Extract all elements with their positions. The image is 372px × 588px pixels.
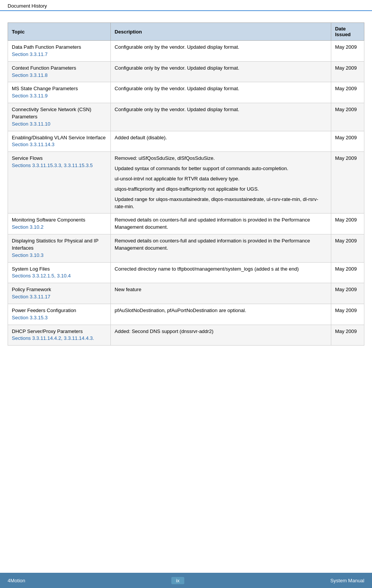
page-footer: 4Motion ix System Manual <box>0 573 372 588</box>
description-cell: Configurable only by the vendor. Updated… <box>111 41 331 62</box>
topic-link[interactable]: Section 3.3.11.10 <box>12 121 107 128</box>
description-text: Updated range for ulqos-maxsustainedrate… <box>115 196 327 210</box>
topic-cell: Service FlowsSections 3.3.11.15.3.3, 3.3… <box>8 152 111 214</box>
topic-cell: Enabling/Disabling VLAN Service Interfac… <box>8 131 111 152</box>
description-cell: Added: Second DNS support (dnssrvr-addr2… <box>111 325 331 346</box>
document-history-table: Topic Description Date Issued Data Path … <box>8 22 364 346</box>
topic-main: Policy Framework <box>12 287 51 292</box>
description-cell: Corrected directory name to tftpboot/man… <box>111 262 331 283</box>
topic-cell: DHCP Server/Proxy ParametersSections 3.3… <box>8 325 111 346</box>
topic-link[interactable]: Section 3.3.11.17 <box>12 293 107 301</box>
header-title: Document History <box>8 3 47 9</box>
table-row: System Log FilesSections 3.3.12.1.5, 3.1… <box>8 262 364 283</box>
topic-link[interactable]: Section 3.3.11.9 <box>12 92 107 100</box>
topic-main: System Log Files <box>12 266 50 272</box>
date-cell: May 2009 <box>331 82 364 103</box>
table-row: Context Function ParametersSection 3.3.1… <box>8 61 364 82</box>
topic-link[interactable]: Section 3.3.11.8 <box>12 72 107 79</box>
col-date: Date Issued <box>331 23 364 41</box>
footer-page-number: ix <box>171 577 184 584</box>
topic-main: DHCP Server/Proxy Parameters <box>12 328 83 334</box>
table-header-row: Topic Description Date Issued <box>8 23 364 41</box>
description-cell: Removed: ulSfQosSduSize, dlSfQosSduSize.… <box>111 152 331 214</box>
topic-cell: MS State Change ParametersSection 3.3.11… <box>8 82 111 103</box>
topic-link[interactable]: Section 3.3.11.7 <box>12 51 107 58</box>
topic-cell: Policy FrameworkSection 3.3.11.17 <box>8 283 111 304</box>
topic-cell: Context Function ParametersSection 3.3.1… <box>8 61 111 82</box>
topic-main: Connectivity Service Network (CSN) Param… <box>12 107 91 120</box>
date-cell: May 2009 <box>331 103 364 131</box>
topic-cell: Data Path Function ParametersSection 3.3… <box>8 41 111 62</box>
topic-main: Enabling/Disabling VLAN Service Interfac… <box>12 135 105 140</box>
description-cell: pfAuSlotNoDestination, pfAuPortNoDestina… <box>111 304 331 325</box>
date-cell: May 2009 <box>331 262 364 283</box>
topic-main: MS State Change Parameters <box>12 86 78 91</box>
topic-link[interactable]: Section 3.3.11.14.3 <box>12 141 107 148</box>
table-row: DHCP Server/Proxy ParametersSections 3.3… <box>8 325 364 346</box>
date-cell: May 2009 <box>331 234 364 263</box>
table-row: Displaying Statistics for Physical and I… <box>8 234 364 263</box>
topic-link[interactable]: Section 3.3.15.3 <box>12 314 107 322</box>
topic-link[interactable]: Section 3.10.2 <box>12 224 107 231</box>
topic-main: Power Feeders Configuration <box>12 308 76 313</box>
table-row: Data Path Function ParametersSection 3.3… <box>8 41 364 62</box>
table-row: Monitoring Software ComponentsSection 3.… <box>8 214 364 234</box>
description-cell: Removed details on counters-full and upd… <box>111 234 331 263</box>
col-description: Description <box>111 23 331 41</box>
topic-main: Data Path Function Parameters <box>12 44 81 50</box>
footer-left: 4Motion <box>8 578 25 583</box>
table-row: Connectivity Service Network (CSN) Param… <box>8 103 364 131</box>
topic-main: Displaying Statistics for Physical and I… <box>12 238 98 251</box>
description-cell: Added default (disable). <box>111 131 331 152</box>
description-cell: Configurable only by the vendor. Updated… <box>111 61 331 82</box>
date-cell: May 2009 <box>331 152 364 214</box>
description-cell: New feature <box>111 283 331 304</box>
date-cell: May 2009 <box>331 131 364 152</box>
topic-cell: Displaying Statistics for Physical and I… <box>8 234 111 263</box>
table-row: Policy FrameworkSection 3.3.11.17New fea… <box>8 283 364 304</box>
page-header: Document History <box>0 0 372 11</box>
topic-link[interactable]: Sections 3.3.12.1.5, 3.10.4 <box>12 272 107 280</box>
description-cell: Configurable only by the vendor. Updated… <box>111 103 331 131</box>
date-cell: May 2009 <box>331 304 364 325</box>
topic-main: Service Flows <box>12 155 43 161</box>
topic-link[interactable]: Section 3.10.3 <box>12 252 107 259</box>
description-cell: Configurable only by the vendor. Updated… <box>111 82 331 103</box>
topic-link[interactable]: Sections 3.3.11.15.3.3, 3.3.11.15.3.5 <box>12 162 107 169</box>
content-area: Topic Description Date Issued Data Path … <box>0 11 372 376</box>
footer-right: System Manual <box>330 578 364 583</box>
description-text: Removed: ulSfQosSduSize, dlSfQosSduSize. <box>115 155 327 162</box>
date-cell: May 2009 <box>331 325 364 346</box>
description-text: Updated syntax of commands for better su… <box>115 165 327 172</box>
description-text: ul-unsol-intrvl not applicable for RTVR … <box>115 175 327 183</box>
table-row: Service FlowsSections 3.3.11.15.3.3, 3.3… <box>8 152 364 214</box>
table-row: MS State Change ParametersSection 3.3.11… <box>8 82 364 103</box>
topic-main: Context Function Parameters <box>12 65 76 71</box>
date-cell: May 2009 <box>331 41 364 62</box>
topic-cell: System Log FilesSections 3.3.12.1.5, 3.1… <box>8 262 111 283</box>
topic-cell: Connectivity Service Network (CSN) Param… <box>8 103 111 131</box>
description-text: ulqos-trafficpriority and dlqos-trafficp… <box>115 186 327 193</box>
date-cell: May 2009 <box>331 283 364 304</box>
table-row: Power Feeders ConfigurationSection 3.3.1… <box>8 304 364 325</box>
description-cell: Removed details on counters-full and upd… <box>111 214 331 234</box>
date-cell: May 2009 <box>331 214 364 234</box>
date-cell: May 2009 <box>331 61 364 82</box>
topic-cell: Power Feeders ConfigurationSection 3.3.1… <box>8 304 111 325</box>
topic-main: Monitoring Software Components <box>12 217 85 223</box>
col-topic: Topic <box>8 23 111 41</box>
topic-cell: Monitoring Software ComponentsSection 3.… <box>8 214 111 234</box>
table-row: Enabling/Disabling VLAN Service Interfac… <box>8 131 364 152</box>
topic-link[interactable]: Sections 3.3.11.14.4.2, 3.3.11.14.4.3. <box>12 335 107 342</box>
